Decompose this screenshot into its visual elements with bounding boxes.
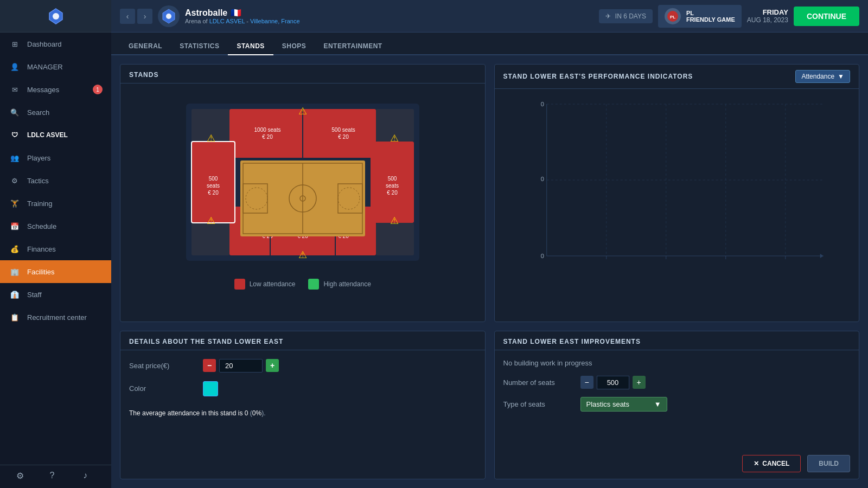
avg-attendance-text: The average attendance in this stand is … <box>129 405 476 421</box>
sidebar-item-search[interactable]: 🔍 Search <box>0 101 111 124</box>
seat-type-dropdown[interactable]: Plastics seats ▼ <box>580 397 667 412</box>
league-icon: PL <box>665 8 681 24</box>
sidebar-bottom: ⚙ ? ♪ <box>0 465 111 488</box>
team-logo <box>158 5 180 27</box>
svg-text:€ 20: € 20 <box>387 190 398 196</box>
chevron-down-icon: ▼ <box>654 400 661 408</box>
training-icon: 🏋 <box>9 197 21 209</box>
details-panel: DETAILS ABOUT THE STAND LOWER EAST Seat … <box>120 331 486 480</box>
match-countdown: ✈ IN 6 DAYS <box>599 9 653 23</box>
svg-rect-30 <box>371 142 414 223</box>
low-attendance-legend: Low attendance <box>234 279 296 290</box>
attendance-dropdown[interactable]: Attendance ▼ <box>795 70 850 83</box>
seats-minus[interactable]: − <box>580 376 593 389</box>
help-icon[interactable]: ? <box>49 471 61 483</box>
seat-type-row: Type of seats Plastics seats ▼ <box>503 397 851 412</box>
svg-text:⚠: ⚠ <box>298 249 307 260</box>
seat-price-row: Seat price(€) − 20 + <box>129 359 476 373</box>
svg-text:⚠: ⚠ <box>298 106 307 117</box>
cancel-button[interactable]: ✕ CANCEL <box>742 455 801 472</box>
sidebar-item-schedule[interactable]: 📅 Schedule <box>0 215 111 237</box>
settings-icon[interactable]: ⚙ <box>16 471 28 483</box>
tab-general[interactable]: GENERAL <box>120 38 171 55</box>
color-swatch[interactable] <box>203 381 218 396</box>
seats-count-label: Number of seats <box>503 378 574 387</box>
svg-text:seats: seats <box>386 183 399 189</box>
main-content: STANDS 1000 seats € 20 500 seats € 20 <box>111 55 868 488</box>
sidebar-logo <box>0 0 111 33</box>
seats-count-row: Number of seats − 500 + <box>503 376 851 389</box>
header-title: Astroballe 🇫🇷 Arena of LDLC ASVEL - Vill… <box>185 8 593 24</box>
person-icon: 👤 <box>9 61 21 73</box>
performance-chart: 0 0 0 <box>503 93 851 278</box>
svg-text:0: 0 <box>540 176 544 182</box>
svg-text:⚠: ⚠ <box>207 215 215 226</box>
seats-control: − 500 + <box>580 376 646 389</box>
chevron-down-icon: ▼ <box>838 73 844 80</box>
sidebar-item-manager[interactable]: 👤 MANAGER <box>0 55 111 78</box>
low-attendance-dot <box>234 279 245 290</box>
performance-panel: STAND LOWER EAST'S PERFORMANCE INDICATOR… <box>494 64 860 322</box>
svg-rect-10 <box>376 223 414 255</box>
tab-shops[interactable]: SHOPS <box>273 38 315 55</box>
sidebar-item-ldlc[interactable]: 🛡 LDLC ASVEL <box>0 124 111 146</box>
sidebar-item-tactics[interactable]: ⚙ Tactics <box>0 169 111 192</box>
forward-button[interactable]: › <box>137 9 152 24</box>
sidebar-item-messages[interactable]: ✉ Messages 1 <box>0 78 111 101</box>
svg-point-3 <box>166 14 171 19</box>
high-attendance-dot <box>308 279 319 290</box>
game-text: PL FRIENDLY GAME <box>686 10 735 23</box>
music-icon[interactable]: ♪ <box>83 471 95 483</box>
seat-price-value: 20 <box>219 359 263 373</box>
sidebar: ⊞ Dashboard 👤 MANAGER ✉ Messages 1 🔍 Sea… <box>0 0 111 488</box>
tab-stands[interactable]: STANDS <box>228 38 273 55</box>
sidebar-item-facilities[interactable]: 🏢 Facilities <box>0 260 111 283</box>
sidebar-item-finances[interactable]: 💰 Finances <box>0 237 111 260</box>
seats-plus[interactable]: + <box>633 376 646 389</box>
improvements-title: STAND LOWER EAST IMPROVEMENTS <box>495 331 859 350</box>
sidebar-item-recruitment[interactable]: 📋 Recruitment center <box>0 306 111 329</box>
search-icon: 🔍 <box>9 106 21 118</box>
details-body: Seat price(€) − 20 + Color The average a… <box>120 350 485 430</box>
svg-text:500: 500 <box>208 176 218 182</box>
seats-value: 500 <box>597 376 629 389</box>
sidebar-item-players[interactable]: 👥 Players <box>0 146 111 169</box>
grid-icon: ⊞ <box>9 38 21 50</box>
game-info: PL PL FRIENDLY GAME <box>658 5 742 28</box>
sidebar-item-training[interactable]: 🏋 Training <box>0 192 111 215</box>
seat-price-control: − 20 + <box>203 359 279 373</box>
svg-text:500 seats: 500 seats <box>331 127 355 133</box>
build-button[interactable]: BUILD <box>807 455 850 472</box>
action-buttons: ✕ CANCEL BUILD <box>495 448 859 479</box>
tabs: GENERAL STATISTICS STANDS SHOPS ENTERTAI… <box>111 33 868 55</box>
tactics-icon: ⚙ <box>9 175 21 187</box>
svg-text:1000 seats: 1000 seats <box>254 127 280 133</box>
arena-svg: 1000 seats € 20 500 seats € 20 1000 seat… <box>186 104 419 261</box>
svg-text:€ 20: € 20 <box>262 134 273 140</box>
continue-button[interactable]: CONTINUE <box>794 7 859 26</box>
seat-type-label: Type of seats <box>503 400 574 408</box>
improvements-panel: STAND LOWER EAST IMPROVEMENTS No buildin… <box>494 331 860 480</box>
team-name: Astroballe 🇫🇷 <box>185 8 593 18</box>
header-date: FRIDAY AUG 18, 2023 <box>747 8 788 24</box>
seat-price-plus[interactable]: + <box>266 359 279 372</box>
seat-price-minus[interactable]: − <box>203 359 216 372</box>
header: ‹ › Astroballe 🇫🇷 Arena of LDLC ASVEL - … <box>111 0 868 33</box>
people-icon: 👥 <box>9 152 21 164</box>
tab-entertainment[interactable]: ENTERTAINMENT <box>315 38 391 55</box>
svg-text:⚠: ⚠ <box>390 133 399 144</box>
chart-title: STAND LOWER EAST'S PERFORMANCE INDICATOR… <box>503 73 693 80</box>
svg-text:€ 20: € 20 <box>338 134 349 140</box>
svg-rect-9 <box>192 223 229 255</box>
svg-text:⚠: ⚠ <box>390 215 399 226</box>
svg-point-1 <box>53 13 59 20</box>
chart-header: STAND LOWER EAST'S PERFORMANCE INDICATOR… <box>495 65 859 89</box>
sidebar-item-staff[interactable]: 👔 Staff <box>0 283 111 306</box>
back-button[interactable]: ‹ <box>120 9 135 24</box>
sidebar-item-dashboard[interactable]: ⊞ Dashboard <box>0 33 111 55</box>
tab-statistics[interactable]: STATISTICS <box>171 38 228 55</box>
high-attendance-legend: High attendance <box>308 279 371 290</box>
color-row: Color <box>129 381 476 396</box>
calendar-icon: 📅 <box>9 220 21 232</box>
arena-name: Arena of LDLC ASVEL - Villebanne, France <box>185 18 593 24</box>
